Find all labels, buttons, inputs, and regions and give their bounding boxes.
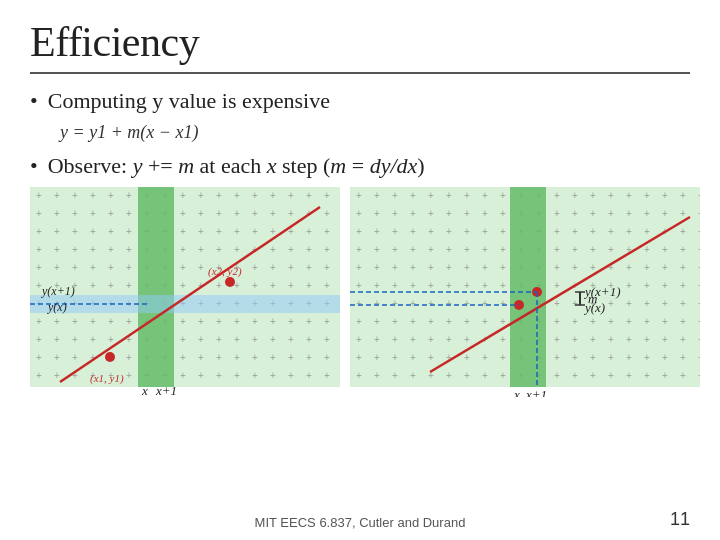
grid-diagram-left: // Will be rendered via SVG inline + (30, 187, 340, 387)
svg-text:x: x (141, 383, 148, 397)
formula-text: y = y1 + m(x − x1) (60, 122, 198, 142)
svg-text:x+1: x+1 (155, 383, 177, 397)
svg-rect-19 (510, 187, 528, 387)
bullet-dot-1: • (30, 90, 38, 112)
svg-text:x+1: x+1 (525, 387, 547, 397)
footer-text: MIT EECS 6.837, Cutler and Durand (255, 515, 466, 530)
bullet-2-text: Observe: y += m at each x step (m = dy/d… (48, 153, 425, 179)
svg-rect-3 (138, 187, 156, 387)
svg-point-7 (105, 352, 115, 362)
bullet-dot-2: • (30, 155, 38, 177)
svg-text:y(x): y(x) (47, 300, 67, 314)
right-svg: + (350, 187, 700, 397)
page-title: Efficiency (30, 18, 690, 66)
svg-rect-2 (30, 187, 340, 387)
slide: Efficiency • Computing y value is expens… (0, 0, 720, 540)
bullet-2: • Observe: y += m at each x step (m = dy… (30, 153, 690, 179)
page-number: 11 (670, 509, 690, 530)
svg-text:y(x): y(x) (583, 300, 605, 315)
svg-point-8 (225, 277, 235, 287)
footer: MIT EECS 6.837, Cutler and Durand (0, 515, 720, 530)
svg-text:y(x+1): y(x+1) (41, 284, 75, 298)
grid-svg-left: // Will be rendered via SVG inline + (30, 187, 340, 397)
svg-rect-4 (156, 187, 174, 387)
svg-text:x: x (513, 387, 520, 397)
diagram-area: // Will be rendered via SVG inline + (30, 187, 690, 387)
bullet-1: • Computing y value is expensive (30, 88, 690, 114)
svg-text:(x2, y2): (x2, y2) (208, 265, 242, 278)
formula: y = y1 + m(x − x1) (60, 122, 690, 143)
right-diagram: + (350, 187, 700, 387)
svg-text:(x1, y1): (x1, y1) (90, 372, 124, 385)
bullet-1-text: Computing y value is expensive (48, 88, 330, 114)
title-divider (30, 72, 690, 74)
